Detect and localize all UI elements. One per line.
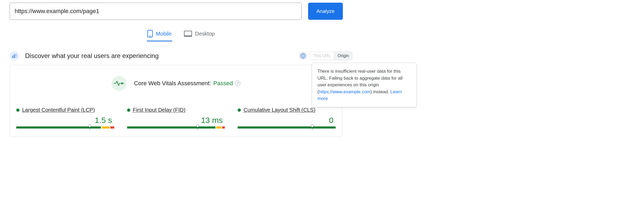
svg-point-9 [15, 54, 17, 55]
scope-origin[interactable]: Origin [334, 52, 352, 60]
status-dot-good [238, 108, 241, 112]
tab-desktop-label: Desktop [195, 31, 215, 37]
svg-rect-11 [303, 56, 303, 57]
metric-lcp-name[interactable]: Largest Contentful Paint (LCP) [22, 107, 95, 113]
mobile-icon [147, 30, 153, 37]
status-dot-good [16, 108, 19, 112]
assessment-label: Core Web Vitals Assessment: [134, 80, 211, 87]
svg-rect-3 [184, 36, 192, 37]
insufficient-data-tooltip: There is insufficient real-user data for… [312, 63, 417, 107]
tab-mobile[interactable]: Mobile [147, 27, 172, 41]
url-input[interactable] [10, 3, 302, 20]
metric-fid-value: 13 ms [127, 116, 225, 125]
metric-fid-bar [127, 126, 225, 129]
scope-this-url: This URL [310, 52, 334, 60]
metric-lcp-value: 1.5 s [16, 116, 114, 125]
info-icon[interactable] [299, 52, 307, 60]
device-tabs: Mobile Desktop [10, 27, 352, 41]
metric-cls-bar [238, 126, 336, 129]
tab-desktop[interactable]: Desktop [183, 27, 215, 41]
svg-point-12 [303, 55, 303, 55]
metric-lcp: Largest Contentful Paint (LCP) 1.5 s [16, 107, 114, 131]
svg-rect-2 [184, 31, 192, 36]
help-icon[interactable]: ? [235, 81, 240, 86]
tab-mobile-label: Mobile [156, 31, 172, 37]
status-dot-good [127, 108, 130, 112]
svg-rect-1 [149, 36, 151, 36]
svg-rect-4 [12, 56, 13, 58]
svg-point-13 [121, 83, 123, 84]
metric-cls: Cumulative Layout Shift (CLS) 0 [238, 107, 336, 131]
metric-fid: First Input Delay (FID) 13 ms [127, 107, 225, 131]
metric-cls-name[interactable]: Cumulative Layout Shift (CLS) [244, 107, 315, 113]
svg-rect-14 [123, 83, 124, 84]
assessment-status: Passed [213, 80, 233, 87]
svg-point-7 [12, 55, 13, 56]
scope-toggle: This URL Origin [310, 52, 352, 60]
tooltip-origin-link[interactable]: https://www.example.com [319, 89, 371, 94]
tooltip-text-after: ) instead. [370, 89, 390, 94]
pulse-icon [112, 76, 127, 91]
metric-fid-marker [196, 125, 199, 127]
analyze-button[interactable]: Analyze [308, 3, 343, 20]
metric-lcp-bar [16, 126, 114, 129]
svg-rect-5 [14, 55, 15, 58]
svg-point-8 [14, 53, 15, 55]
crux-icon [10, 51, 19, 61]
metric-lcp-marker [88, 125, 91, 127]
desktop-icon [184, 31, 192, 37]
metric-cls-value: 0 [238, 116, 336, 125]
svg-rect-6 [15, 56, 16, 58]
vitals-card: Core Web Vitals Assessment: Passed ? Lar… [10, 65, 342, 137]
section-title: Discover what your real users are experi… [25, 52, 159, 60]
metric-cls-marker [311, 125, 313, 127]
metric-fid-name[interactable]: First Input Delay (FID) [133, 107, 186, 113]
